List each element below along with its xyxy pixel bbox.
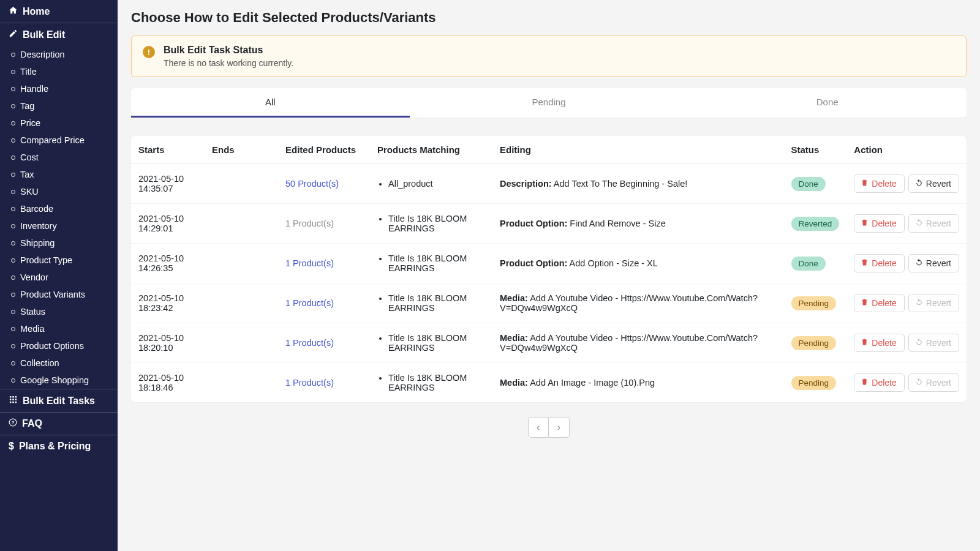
undo-icon	[915, 258, 923, 268]
table-row: 2021-05-1018:20:101 Product(s)Title Is 1…	[131, 323, 967, 363]
sidebar-item-label: Vendor	[20, 272, 48, 282]
sidebar-item-barcode[interactable]: Barcode	[0, 200, 118, 217]
cell-edited[interactable]: 1 Product(s)	[278, 244, 370, 283]
sidebar-faq-label: FAQ	[22, 418, 42, 429]
status-badge: Reverted	[791, 217, 840, 231]
trash-icon	[861, 298, 869, 308]
sidebar-home[interactable]: Home	[0, 0, 118, 23]
delete-button[interactable]: Delete	[854, 174, 904, 193]
cell-matching: Title Is 18K BLOOM EARRINGS	[370, 204, 492, 244]
task-status-alert: ! Bulk Edit Task Status There is no task…	[131, 36, 967, 77]
sidebar-item-google-shopping[interactable]: Google Shopping	[0, 372, 118, 389]
tab-pending[interactable]: Pending	[410, 88, 688, 118]
cell-action: DeleteRevert	[846, 164, 967, 204]
trash-icon	[861, 179, 869, 189]
question-icon: ?	[9, 418, 17, 429]
sidebar-item-shipping[interactable]: Shipping	[0, 234, 118, 252]
col-edited: Edited Products	[278, 136, 370, 164]
cell-editing: Product Option: Find And Remove - Size	[492, 204, 784, 244]
cell-status: Done	[784, 164, 847, 204]
bullet-icon	[11, 378, 15, 383]
sidebar-item-handle[interactable]: Handle	[0, 80, 118, 97]
bullet-icon	[11, 53, 15, 57]
bullet-icon	[11, 87, 15, 91]
sidebar-item-tax[interactable]: Tax	[0, 166, 118, 183]
sidebar-item-product-type[interactable]: Product Type	[0, 252, 118, 269]
tasks-table-card: Starts Ends Edited Products Products Mat…	[131, 136, 967, 402]
sidebar-item-status[interactable]: Status	[0, 303, 118, 320]
cell-editing: Media: Add An Image - Image (10).Png	[492, 363, 784, 403]
sidebar-item-label: Product Type	[20, 255, 72, 265]
sidebar-item-vendor[interactable]: Vendor	[0, 269, 118, 286]
edit-icon	[9, 29, 18, 40]
pager-next[interactable]: ›	[549, 417, 570, 438]
trash-icon	[861, 338, 869, 348]
delete-button[interactable]: Delete	[854, 254, 904, 272]
delete-button[interactable]: Delete	[854, 334, 904, 352]
revert-button[interactable]: Revert	[908, 254, 959, 272]
sidebar-home-label: Home	[23, 6, 50, 17]
cell-action: DeleteRevert	[846, 244, 967, 283]
sidebar-plans-pricing[interactable]: $ Plans & Pricing	[0, 435, 118, 457]
revert-button[interactable]: Revert	[908, 174, 959, 193]
sidebar-item-cost[interactable]: Cost	[0, 149, 118, 166]
sidebar-item-compared-price[interactable]: Compared Price	[0, 132, 118, 149]
bullet-icon	[11, 173, 15, 177]
sidebar-item-title[interactable]: Title	[0, 63, 118, 80]
alert-title: Bulk Edit Task Status	[164, 45, 293, 56]
cell-action: DeleteRevert	[846, 283, 967, 323]
bullet-icon	[11, 104, 15, 108]
trash-icon	[861, 258, 869, 268]
cell-status: Pending	[784, 363, 847, 403]
sidebar-item-label: Product Variants	[20, 290, 85, 299]
sidebar-item-product-variants[interactable]: Product Variants	[0, 286, 118, 303]
sidebar-item-collection[interactable]: Collection	[0, 354, 118, 372]
sidebar-item-label: Barcode	[20, 204, 53, 214]
cell-status: Done	[784, 244, 847, 283]
bullet-icon	[11, 207, 15, 211]
col-status: Status	[784, 136, 847, 164]
sidebar-item-inventory[interactable]: Inventory	[0, 217, 118, 234]
table-row: 2021-05-1018:18:461 Product(s)Title Is 1…	[131, 363, 967, 403]
sidebar-item-description[interactable]: Description	[0, 46, 118, 63]
sidebar-bulk-edit-tasks[interactable]: Bulk Edit Tasks	[0, 389, 118, 412]
undo-icon	[915, 338, 923, 348]
delete-label: Delete	[872, 298, 896, 308]
tab-all[interactable]: All	[131, 88, 410, 118]
sidebar-item-product-options[interactable]: Product Options	[0, 337, 118, 354]
cell-edited[interactable]: 1 Product(s)	[278, 323, 370, 363]
delete-button[interactable]: Delete	[854, 214, 904, 233]
cell-edited[interactable]: 1 Product(s)	[278, 363, 370, 403]
sidebar-item-media[interactable]: Media	[0, 320, 118, 337]
chevron-left-icon: ‹	[537, 422, 540, 432]
cell-matching: Title Is 18K BLOOM EARRINGS	[370, 363, 492, 403]
revert-button: Revert	[908, 294, 959, 312]
sidebar-item-label: Product Options	[20, 341, 84, 351]
sidebar-item-tag[interactable]: Tag	[0, 97, 118, 114]
dollar-icon: $	[9, 441, 14, 452]
sidebar-item-label: Price	[20, 118, 40, 128]
cell-ends	[205, 244, 278, 283]
sidebar-item-price[interactable]: Price	[0, 114, 118, 132]
pager-prev[interactable]: ‹	[528, 417, 549, 438]
status-badge: Done	[791, 257, 826, 271]
cell-edited[interactable]: 50 Product(s)	[278, 164, 370, 204]
cell-edited[interactable]: 1 Product(s)	[278, 283, 370, 323]
sidebar-faq[interactable]: ? FAQ	[0, 413, 118, 435]
col-ends: Ends	[205, 136, 278, 164]
delete-button[interactable]: Delete	[854, 294, 904, 312]
main-content: Choose How to Edit Selected Products/Var…	[118, 0, 980, 551]
revert-label: Revert	[926, 258, 951, 268]
delete-label: Delete	[872, 378, 896, 388]
sidebar-plans-pricing-label: Plans & Pricing	[19, 441, 91, 452]
delete-label: Delete	[872, 258, 896, 268]
delete-label: Delete	[872, 338, 896, 348]
undo-icon	[915, 179, 923, 189]
status-badge: Pending	[791, 376, 837, 390]
sidebar-bulk-edit[interactable]: Bulk Edit	[0, 23, 118, 46]
sidebar-item-label: SKU	[20, 187, 39, 197]
delete-button[interactable]: Delete	[854, 373, 904, 392]
tab-done[interactable]: Done	[688, 88, 967, 118]
cell-action: DeleteRevert	[846, 363, 967, 403]
sidebar-item-sku[interactable]: SKU	[0, 183, 118, 200]
